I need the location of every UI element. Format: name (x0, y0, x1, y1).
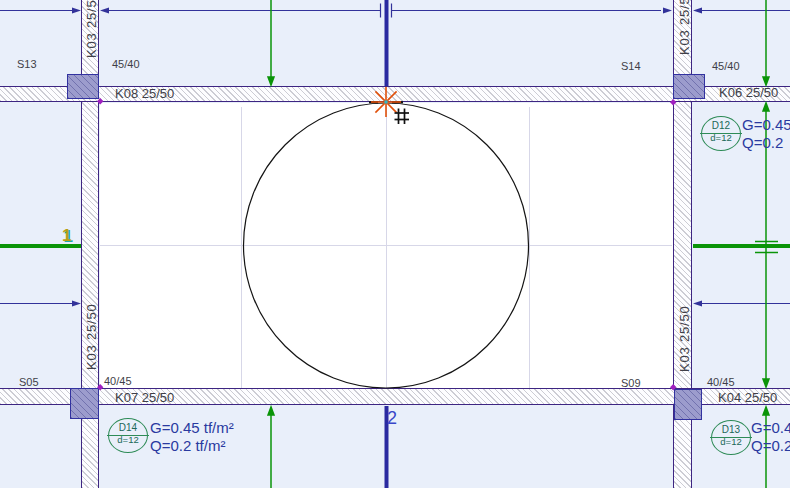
slab-tag-d14[interactable]: D14 d=12 (108, 418, 148, 453)
axis-label-2: 2 (387, 408, 397, 429)
beam-label-k08: K08 25/50 (115, 87, 174, 101)
column-s13[interactable] (67, 74, 99, 99)
slab-tag-divider (710, 437, 752, 438)
dimension-arrows-top (72, 8, 702, 14)
column-label-s13: S13 (17, 58, 37, 70)
beam-label-k07: K07 25/50 (115, 391, 174, 405)
section-label-s13: 45/40 (112, 58, 140, 70)
slab-load-q-d12: Q=0.2 (742, 134, 783, 152)
cad-floor-plan-view: S13 S14 S05 S09 45/40 45/40 40/45 40/45 … (0, 0, 790, 488)
slab-panel[interactable] (100, 103, 673, 388)
beam-label-k03-right-top: K03 25/50 (677, 0, 692, 55)
section-label-s14: 45/40 (712, 60, 740, 72)
column-label-s05: S05 (19, 376, 39, 388)
slab-tag-d12-id: D12 (702, 117, 740, 132)
slab-load-g-d13: G=0.4 (751, 419, 790, 437)
section-label-s05: 40/45 (104, 375, 132, 387)
beam-label-k03-left-top: K03 25/50 (84, 0, 99, 58)
slab-load-q-d13: Q=0.2 (751, 437, 790, 455)
column-label-s09: S09 (621, 377, 641, 389)
slab-tag-d12[interactable]: D12 d=12 (701, 116, 741, 151)
axis-label-1: 1 (62, 226, 71, 246)
slab-load-q-d14: Q=0.2 tf/m² (150, 437, 225, 455)
slab-tag-divider (700, 133, 742, 134)
slab-tag-d13-id: D13 (712, 421, 750, 436)
beam-label-k03-right-bottom: K03 25/50 (677, 306, 692, 372)
slab-tag-divider (107, 435, 149, 436)
column-s05[interactable] (70, 388, 99, 419)
beam-label-k04: K04 25/50 (718, 391, 777, 405)
slab-tag-d13[interactable]: D13 d=12 (711, 420, 751, 455)
column-label-s14: S14 (621, 60, 641, 72)
column-s14[interactable] (673, 74, 705, 99)
slab-tag-d14-id: D14 (109, 419, 147, 434)
beam-label-k06: K06 25/50 (719, 86, 778, 100)
section-label-s09: 40/45 (707, 376, 735, 388)
dimension-line-top (0, 4, 790, 18)
slab-load-g-d12: G=0.45 (742, 116, 790, 134)
column-s09[interactable] (674, 389, 702, 420)
beam-label-k03-left-bottom: K03 25/50 (84, 304, 99, 370)
slab-load-g-d14: G=0.45 tf/m² (150, 419, 234, 437)
